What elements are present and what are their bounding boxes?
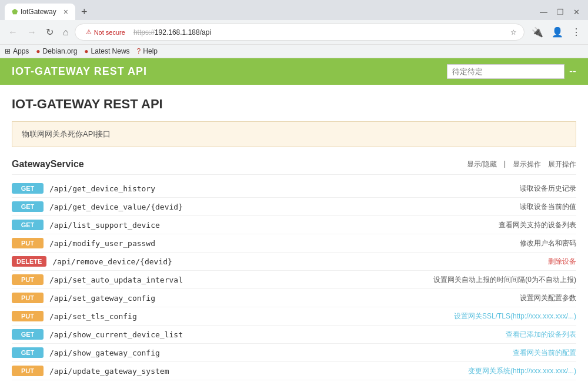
menu-icon[interactable]: ⋮ (569, 24, 583, 40)
api-desc: 删除设备 (548, 257, 576, 267)
method-badge: PUT (12, 366, 44, 376)
gateway-service-section: GatewayService 显示/隐藏 | 显示操作 展开操作 GET /ap… (12, 159, 576, 380)
api-path: /api/modify_user_passwd (49, 239, 514, 248)
api-desc: 设置网关配置参数 (520, 293, 576, 303)
debian-icon: ● (36, 47, 40, 55)
api-path: /api/get_device_history (49, 184, 514, 193)
api-desc: 修改用户名和密码 (520, 238, 576, 248)
api-desc: 设置网关SSL/TLS(http://xxx.xxx.xxx/...) (454, 311, 576, 321)
apps-icon: ⊞ (5, 47, 11, 55)
show-ops-btn[interactable]: 显示操作 (513, 160, 541, 170)
method-badge: GET (12, 201, 44, 212)
security-badge: ⚠ Not secure (82, 26, 129, 38)
description-text: 物联网网关杀死你API接口 (22, 130, 111, 138)
extension-icon[interactable]: 🔌 (529, 24, 546, 40)
method-badge: GET (12, 347, 44, 358)
active-tab[interactable]: ⬟ IotGateway × (5, 4, 75, 20)
description-box: 物联网网关杀死你API接口 (12, 121, 576, 147)
bookmarks-bar: ⊞ Apps ● Debian.org ● Latest News ? Help (0, 44, 588, 58)
bookmark-apps[interactable]: ⊞ Apps (5, 47, 29, 55)
api-path: /api/list_support_device (49, 221, 493, 230)
method-badge: GET (12, 183, 44, 194)
minimize-button[interactable]: — (536, 5, 551, 19)
api-path: /api/show_current_device_list (49, 330, 500, 339)
url-protocol: https:// (133, 28, 155, 36)
show-hide-btn[interactable]: 显示/隐藏 (467, 160, 497, 170)
api-path: /api/get_device_value/{devid} (49, 203, 514, 211)
api-desc: 设置网关自动上报的时间间隔(0为不自动上报) (433, 275, 576, 285)
api-row[interactable]: GET /api/get_device_value/{devid} 读取设备当前… (12, 198, 576, 216)
bookmark-news[interactable]: ● Latest News (84, 47, 129, 55)
account-icon[interactable]: 👤 (549, 24, 566, 40)
api-row[interactable]: PUT /api/set_gateway_config 设置网关配置参数 (12, 289, 576, 307)
api-desc: 读取设备当前的值 (520, 202, 576, 212)
address-bar[interactable]: ⚠ Not secure https://192.168.1.188/api ☆ (75, 24, 524, 41)
url-path: 192.168.1.188/api (155, 28, 211, 36)
header-menu-icon[interactable]: -- (569, 65, 576, 78)
bookmark-debian-label: Debian.org (43, 47, 78, 55)
api-path: /api/set_tls_config (49, 312, 448, 321)
method-badge: PUT (12, 238, 44, 248)
api-row[interactable]: DELETE /api/remove_device/{devid} 删除设备 (12, 253, 576, 271)
api-desc: 查看已添加的设备列表 (506, 330, 576, 340)
api-row[interactable]: GET /api/get_device_history 读取设备历史记录 (12, 180, 576, 198)
reload-button[interactable]: ↻ (42, 24, 57, 40)
expand-ops-btn[interactable]: 展开操作 (548, 160, 576, 170)
tab-title: IotGateway (21, 8, 59, 16)
api-row[interactable]: GET /api/list_support_device 查看网关支持的设备列表 (12, 216, 576, 234)
bookmark-apps-label: Apps (13, 47, 29, 55)
help-icon: ? (137, 47, 141, 55)
api-desc: 读取设备历史记录 (520, 184, 576, 194)
restore-button[interactable]: ❐ (553, 5, 567, 19)
back-button[interactable]: ← (5, 25, 21, 40)
close-button[interactable]: ✕ (570, 5, 583, 19)
news-icon: ● (84, 47, 88, 55)
api-row[interactable]: GET /api/show_gateway_config 查看网关当前的配置 (12, 344, 576, 362)
api-path: /api/set_gateway_config (49, 294, 514, 303)
method-badge: PUT (12, 274, 44, 285)
api-desc: 查看网关当前的配置 (513, 348, 576, 358)
api-path: /api/set_auto_updata_interval (49, 276, 427, 284)
page-title: IOT-GATEWAY REST API (12, 97, 576, 112)
api-path: /api/show_gateway_config (49, 349, 507, 357)
star-icon[interactable]: ☆ (510, 28, 517, 36)
api-desc: 变更网关系统(http://xxx.xxx.xxx/...) (468, 366, 576, 376)
url-display: https://192.168.1.188/api (133, 28, 211, 36)
method-badge: PUT (12, 311, 44, 321)
bookmark-help-label: Help (143, 47, 158, 55)
method-badge: GET (12, 220, 44, 230)
tab-favicon: ⬟ (12, 8, 18, 16)
method-badge: DELETE (12, 256, 46, 267)
bookmark-help[interactable]: ? Help (137, 47, 158, 55)
home-button[interactable]: ⌂ (59, 25, 72, 40)
tab-close-btn[interactable]: × (64, 7, 68, 16)
api-desc: 查看网关支持的设备列表 (499, 220, 576, 230)
api-row[interactable]: PUT /api/set_auto_updata_interval 设置网关自动… (12, 271, 576, 289)
method-badge: GET (12, 329, 44, 340)
method-badge: PUT (12, 293, 44, 303)
new-tab-button[interactable]: + (78, 5, 91, 19)
api-row[interactable]: PUT /api/set_tls_config 设置网关SSL/TLS(http… (12, 307, 576, 326)
api-rows-container: GET /api/get_device_history 读取设备历史记录 GET… (12, 180, 576, 380)
forward-button[interactable]: → (24, 25, 40, 40)
bookmark-debian[interactable]: ● Debian.org (36, 47, 77, 55)
header-search-input[interactable] (447, 64, 564, 79)
api-path: /api/update_gateway_system (49, 367, 462, 376)
bookmark-news-label: Latest News (91, 47, 130, 55)
api-row[interactable]: GET /api/show_current_device_list 查看已添加的… (12, 326, 576, 344)
security-label: Not secure (94, 29, 125, 36)
header-title: IOT-GATEWAY REST API (12, 65, 147, 78)
section-gateway-title: GatewayService (12, 159, 84, 170)
api-row[interactable]: PUT /api/update_gateway_system 变更网关系统(ht… (12, 362, 576, 380)
api-row[interactable]: PUT /api/modify_user_passwd 修改用户名和密码 (12, 234, 576, 253)
api-path: /api/remove_device/{devid} (52, 257, 542, 266)
page-header: IOT-GATEWAY REST API -- (0, 58, 588, 85)
warning-icon: ⚠ (86, 28, 92, 36)
